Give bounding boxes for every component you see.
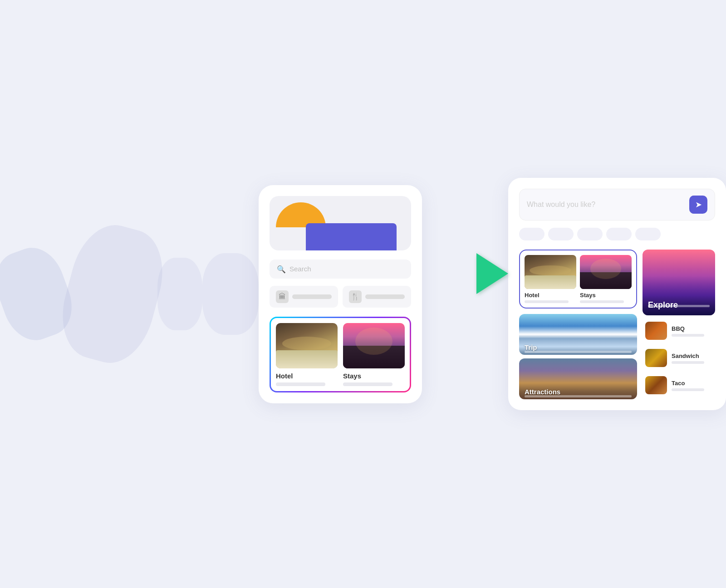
stays-image: [343, 323, 405, 368]
filter-pill-4[interactable]: [606, 228, 632, 240]
taco-label: Taco: [672, 380, 712, 387]
bbq-label: BBQ: [672, 325, 712, 332]
sandwich-image: [645, 349, 667, 367]
attractions-card[interactable]: Attractions: [519, 358, 637, 399]
trip-label: Trip: [525, 343, 537, 351]
ai-search-bar[interactable]: What would you like? ➤: [519, 189, 715, 220]
food-item-taco[interactable]: Taco: [643, 373, 715, 397]
ai-search-placeholder: What would you like?: [527, 201, 689, 209]
hotel-sub-bar: [276, 382, 325, 386]
category-pill-restaurant[interactable]: 🍴: [343, 286, 411, 308]
send-icon: ➤: [695, 200, 702, 210]
right-content-col: Explore BBQ Sandwich: [643, 250, 715, 399]
left-phone-card: 🔍 Search 🏛 🍴 Hotel: [259, 185, 422, 403]
filter-pills: [519, 228, 715, 240]
green-arrow-icon: [476, 253, 508, 294]
left-stays-card[interactable]: Stays: [343, 323, 405, 386]
mini-hotel-card[interactable]: Hotel: [525, 255, 576, 303]
category-row: 🏛 🍴: [270, 286, 411, 308]
bg-blob-2: [51, 216, 173, 371]
filter-pill-3[interactable]: [577, 228, 603, 240]
bbq-image: [645, 322, 667, 340]
trip-sub-bar: [525, 351, 632, 353]
arrow-pointer: [476, 253, 508, 294]
trip-card[interactable]: Trip: [519, 314, 637, 355]
explore-sub-bar: [648, 305, 710, 307]
attractions-sub-bar: [525, 395, 632, 397]
mini-hotel-label: Hotel: [525, 292, 576, 299]
sandwich-label: Sandwich: [672, 353, 712, 359]
mini-hotel-image: [525, 255, 576, 289]
taco-image: [645, 376, 667, 394]
mini-stays-image: [580, 255, 632, 289]
main-container: 🔍 Search 🏛 🍴 Hotel: [259, 178, 726, 410]
stays-label: Stays: [343, 372, 405, 380]
category-pill-hotel[interactable]: 🏛: [270, 286, 338, 308]
header-rect: [306, 223, 397, 250]
filter-pill-2[interactable]: [548, 228, 574, 240]
taco-sub-bar: [672, 388, 704, 391]
food-item-bbq[interactable]: BBQ: [643, 319, 715, 343]
selected-group: Hotel Stays: [519, 250, 637, 309]
search-bar[interactable]: 🔍 Search: [270, 260, 411, 279]
hotel-image: [276, 323, 338, 368]
search-label: Search: [289, 265, 311, 273]
mini-stays-sub: [580, 300, 624, 303]
stays-sub-bar: [343, 382, 392, 386]
bg-blob-4: [202, 253, 259, 335]
bg-blob-3: [157, 258, 202, 330]
mini-hotel-sub: [525, 300, 569, 303]
sandwich-info: Sandwich: [672, 353, 712, 364]
filter-pill-1[interactable]: [519, 228, 544, 240]
restaurant-icon: 🍴: [349, 290, 362, 303]
taco-info: Taco: [672, 380, 712, 391]
mini-stays-label: Stays: [580, 292, 632, 299]
phone-header: [270, 196, 411, 250]
search-icon: 🔍: [277, 265, 285, 273]
category-label-bar-1: [292, 294, 332, 299]
attractions-label: Attractions: [525, 388, 560, 396]
left-hotel-card[interactable]: Hotel: [276, 323, 338, 386]
left-content-col: Hotel Stays Trip: [519, 250, 637, 399]
dashed-selection-card: Hotel Stays: [270, 317, 411, 392]
send-button[interactable]: ➤: [689, 196, 707, 214]
right-panel: What would you like? ➤: [508, 178, 726, 410]
hotel-icon: 🏛: [276, 290, 289, 303]
filter-pill-5[interactable]: [635, 228, 661, 240]
bbq-sub-bar: [672, 334, 704, 337]
hotel-label: Hotel: [276, 372, 338, 380]
food-item-sandwich[interactable]: Sandwich: [643, 346, 715, 370]
bbq-info: BBQ: [672, 325, 712, 337]
explore-card[interactable]: Explore: [643, 250, 715, 315]
sandwich-sub-bar: [672, 361, 704, 364]
content-area: Hotel Stays Trip: [519, 250, 715, 399]
mini-stays-card[interactable]: Stays: [580, 255, 632, 303]
category-label-bar-2: [365, 294, 405, 299]
